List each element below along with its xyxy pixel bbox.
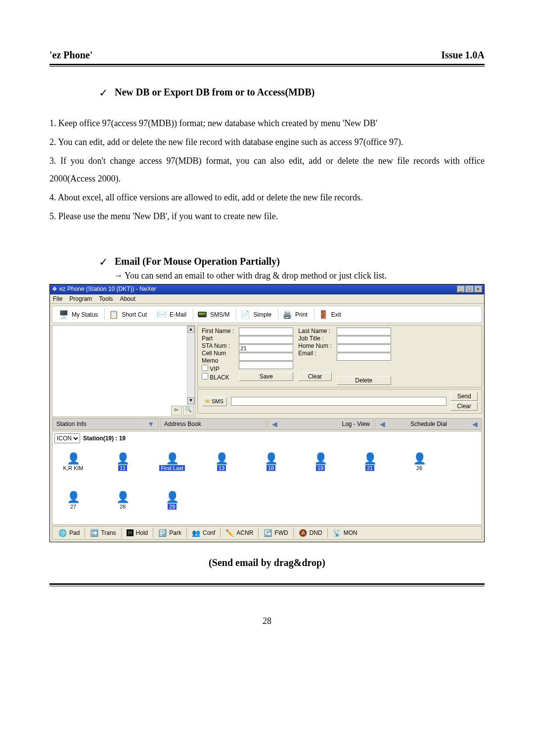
station-label: First Last: [159, 465, 184, 471]
scrollbar[interactable]: ▲ ▼: [187, 326, 195, 405]
park-icon: 🅿️: [158, 529, 167, 537]
header-right: Issue 1.0A: [441, 49, 485, 61]
sec1-p1: 1. Keep office 97(access 97(MDB)) format…: [49, 114, 485, 132]
mon-icon: 📡: [333, 529, 341, 537]
sms-send-button[interactable]: Send: [450, 392, 478, 401]
scroll-up-button[interactable]: ▲: [187, 326, 194, 333]
toolbar-email[interactable]: ✉️E-Mail: [152, 308, 191, 321]
menu-about[interactable]: About: [120, 295, 135, 302]
sec1-p4: 4. About excel, all office versions are …: [49, 189, 485, 206]
job-title-input[interactable]: [337, 336, 391, 344]
status-trans[interactable]: ➡️Trans: [85, 528, 121, 538]
scroll-down-button[interactable]: ▼: [187, 397, 194, 404]
save-button[interactable]: Save: [239, 372, 293, 381]
memo-label: Memo: [202, 357, 234, 364]
minimize-button[interactable]: _: [457, 285, 465, 292]
status-fwd[interactable]: ↪️FWD: [259, 528, 293, 538]
tab-address-book[interactable]: Address Book: [160, 418, 267, 430]
status-mon[interactable]: 📡MON: [328, 528, 362, 538]
toolbar-simple[interactable]: 📄Simple: [236, 308, 276, 321]
last-name-label: Last Name :: [298, 328, 331, 334]
fwd-icon: ↪️: [264, 529, 272, 537]
station-label: 19: [316, 465, 325, 471]
sms-toggle[interactable]: ✉SMS: [202, 397, 227, 406]
station-label: 29: [168, 504, 177, 510]
black-checkbox[interactable]: BLACK: [202, 373, 234, 381]
delete-button[interactable]: Delete: [337, 376, 391, 385]
clear-button[interactable]: Clear: [298, 372, 331, 381]
station-item[interactable]: 👤29: [157, 491, 187, 510]
toolbar-print[interactable]: 🖨️Print: [278, 308, 312, 321]
last-name-input[interactable]: [337, 328, 391, 335]
station-item[interactable]: 👤26: [404, 452, 434, 471]
footer-rule-thin: [49, 586, 485, 586]
toolbar-exit[interactable]: 🚪Exit: [314, 308, 346, 321]
toolbar-shortcut[interactable]: 📋Short Cut: [104, 308, 151, 321]
station-label: K,R KIM: [63, 465, 84, 471]
station-item[interactable]: 👤18: [256, 452, 286, 471]
job-title-label: Job Title :: [298, 335, 331, 342]
section1-title: New DB or Export DB from or to Access(MD…: [115, 87, 314, 98]
section2-title: Email (For Mouse Operation Partially): [115, 256, 280, 267]
status-hold[interactable]: 🅷Hold: [122, 528, 154, 538]
status-acnr[interactable]: ✏️ACNR: [221, 528, 259, 538]
search-button[interactable]: 🔍: [183, 406, 194, 416]
check-icon: ✓: [99, 87, 108, 99]
sec1-p2: 2. You can edit, add or delete the new f…: [49, 133, 485, 151]
exit-icon: 🚪: [318, 310, 328, 319]
sms-input[interactable]: [231, 397, 446, 406]
memo-input[interactable]: [239, 361, 293, 369]
header-rule-thick: [49, 64, 485, 65]
menu-tools[interactable]: Tools: [99, 295, 113, 302]
tab-station-info[interactable]: Station Info▼: [52, 418, 159, 430]
station-item[interactable]: 👤11: [108, 452, 137, 471]
phone-user-icon: 👤: [116, 452, 130, 465]
first-name-input[interactable]: [239, 328, 293, 335]
phone-user-icon: 👤: [67, 491, 80, 504]
phone-user-icon: 👤: [413, 452, 426, 465]
status-dnd[interactable]: 🔕DND: [294, 528, 328, 538]
phone-user-icon: 👤: [314, 452, 327, 465]
status-park[interactable]: 🅿️Park: [153, 528, 187, 538]
sms-clear-button[interactable]: Clear: [450, 402, 478, 411]
tab-log-view[interactable]: ◀Log - View: [267, 418, 374, 430]
status-pad[interactable]: 🌐Pad: [53, 528, 85, 538]
station-item[interactable]: 👤28: [108, 491, 137, 510]
monitor-icon: 🖥️: [59, 310, 69, 319]
list-pane[interactable]: ▲ ▼ ▻ 🔍: [52, 325, 195, 417]
chevron-left-icon: ◀: [272, 420, 277, 428]
tab-schedule-dial[interactable]: ◀Schedule Dial◀: [375, 418, 482, 430]
footer-rule-thick: [49, 583, 485, 585]
phone-user-icon: 👤: [363, 452, 377, 465]
detail-panel: First Name : Part STA Num : Cell Num Mem…: [197, 325, 482, 387]
dnd-icon: 🔕: [299, 529, 307, 537]
envelope-icon: ✉: [205, 398, 210, 405]
toolbar-sms[interactable]: 📟SMS/M: [193, 308, 234, 321]
station-item[interactable]: 👤21: [355, 452, 385, 471]
station-item[interactable]: 👤19: [306, 452, 335, 471]
toolbar-mystatus[interactable]: 🖥️My Status: [54, 308, 102, 321]
station-label: 11: [118, 465, 127, 471]
icon-dropdown[interactable]: ICON: [54, 433, 80, 443]
phone-user-icon: 👤: [116, 491, 130, 504]
email-input[interactable]: [337, 353, 391, 361]
right-arrow-button[interactable]: ▻: [171, 406, 182, 416]
station-item[interactable]: 👤13: [207, 452, 236, 471]
status-conf[interactable]: 👥Conf: [187, 528, 221, 538]
maximize-button[interactable]: □: [465, 285, 474, 292]
cell-num-input[interactable]: [239, 353, 293, 361]
station-label: 28: [120, 504, 126, 510]
first-name-label: First Name :: [202, 328, 234, 334]
station-item[interactable]: 👤27: [58, 491, 88, 510]
close-button[interactable]: ×: [474, 285, 482, 292]
sta-num-input[interactable]: [239, 344, 293, 352]
conf-icon: 👥: [192, 529, 200, 537]
part-input[interactable]: [239, 336, 293, 344]
menu-program[interactable]: Program: [69, 295, 92, 302]
station-item[interactable]: 👤K,R KIM: [58, 452, 88, 471]
hold-icon: 🅷: [127, 529, 134, 537]
menu-file[interactable]: File: [53, 295, 62, 302]
station-item[interactable]: 👤First Last: [157, 452, 187, 471]
home-num-input[interactable]: [337, 344, 391, 352]
vip-checkbox[interactable]: VIP: [202, 365, 234, 373]
